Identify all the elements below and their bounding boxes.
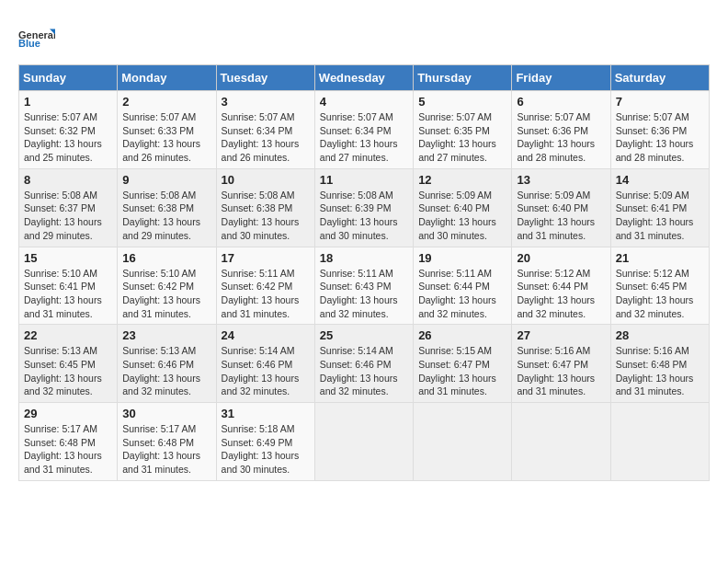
day-number: 24	[222, 328, 310, 342]
calendar-day-cell: 4Sunrise: 5:07 AMSunset: 6:34 PMDaylight…	[314, 91, 413, 169]
day-number: 30	[122, 407, 210, 420]
page-header: General Blue	[18, 18, 710, 55]
day-info: Sunrise: 5:11 AMSunset: 6:42 PMDaylight:…	[222, 267, 310, 321]
day-of-week-header: Sunday	[19, 65, 118, 91]
day-info: Sunrise: 5:16 AMSunset: 6:48 PMDaylight:…	[616, 344, 704, 398]
day-number: 22	[24, 328, 112, 342]
day-info: Sunrise: 5:09 AMSunset: 6:40 PMDaylight:…	[418, 189, 506, 243]
calendar-table: SundayMondayTuesdayWednesdayThursdayFrid…	[18, 64, 710, 481]
calendar-day-cell: 26Sunrise: 5:15 AMSunset: 6:47 PMDayligh…	[414, 325, 512, 403]
day-number: 12	[418, 173, 506, 187]
calendar-day-cell: 17Sunrise: 5:11 AMSunset: 6:42 PMDayligh…	[216, 247, 314, 325]
day-number: 1	[24, 95, 112, 109]
calendar-day-cell: 12Sunrise: 5:09 AMSunset: 6:40 PMDayligh…	[414, 168, 512, 247]
day-info: Sunrise: 5:12 AMSunset: 6:45 PMDaylight:…	[616, 267, 704, 321]
day-info: Sunrise: 5:11 AMSunset: 6:44 PMDaylight:…	[418, 267, 506, 321]
day-info: Sunrise: 5:12 AMSunset: 6:44 PMDaylight:…	[517, 267, 605, 321]
day-number: 8	[24, 173, 112, 187]
calendar-day-cell: 16Sunrise: 5:10 AMSunset: 6:42 PMDayligh…	[118, 247, 216, 325]
calendar-day-cell: 29Sunrise: 5:17 AMSunset: 6:48 PMDayligh…	[19, 403, 118, 481]
day-info: Sunrise: 5:13 AMSunset: 6:45 PMDaylight:…	[24, 344, 112, 398]
day-number: 16	[122, 251, 210, 265]
calendar-day-cell: 24Sunrise: 5:14 AMSunset: 6:46 PMDayligh…	[216, 325, 314, 403]
day-number: 25	[320, 328, 408, 342]
day-info: Sunrise: 5:10 AMSunset: 6:41 PMDaylight:…	[24, 267, 112, 321]
day-info: Sunrise: 5:13 AMSunset: 6:46 PMDaylight:…	[122, 344, 210, 398]
calendar-day-cell	[314, 403, 413, 481]
day-info: Sunrise: 5:10 AMSunset: 6:42 PMDaylight:…	[122, 267, 210, 321]
calendar-day-cell: 18Sunrise: 5:11 AMSunset: 6:43 PMDayligh…	[314, 247, 413, 325]
calendar-header-row: SundayMondayTuesdayWednesdayThursdayFrid…	[19, 65, 710, 91]
calendar-day-cell: 22Sunrise: 5:13 AMSunset: 6:45 PMDayligh…	[19, 325, 118, 403]
day-number: 6	[517, 95, 605, 109]
calendar-day-cell: 31Sunrise: 5:18 AMSunset: 6:49 PMDayligh…	[216, 403, 314, 481]
day-number: 2	[122, 95, 210, 109]
calendar-day-cell: 28Sunrise: 5:16 AMSunset: 6:48 PMDayligh…	[610, 325, 709, 403]
calendar-day-cell: 14Sunrise: 5:09 AMSunset: 6:41 PMDayligh…	[610, 168, 709, 247]
calendar-day-cell: 25Sunrise: 5:14 AMSunset: 6:46 PMDayligh…	[314, 325, 413, 403]
day-number: 9	[122, 173, 210, 187]
day-info: Sunrise: 5:07 AMSunset: 6:34 PMDaylight:…	[222, 110, 310, 165]
day-info: Sunrise: 5:15 AMSunset: 6:47 PMDaylight:…	[418, 344, 506, 398]
calendar-week-row: 29Sunrise: 5:17 AMSunset: 6:48 PMDayligh…	[19, 403, 710, 481]
day-info: Sunrise: 5:08 AMSunset: 6:39 PMDaylight:…	[320, 189, 408, 243]
day-info: Sunrise: 5:14 AMSunset: 6:46 PMDaylight:…	[222, 344, 310, 398]
day-info: Sunrise: 5:07 AMSunset: 6:35 PMDaylight:…	[418, 110, 506, 165]
day-number: 7	[616, 95, 704, 109]
day-info: Sunrise: 5:08 AMSunset: 6:38 PMDaylight:…	[222, 189, 310, 243]
day-info: Sunrise: 5:07 AMSunset: 6:34 PMDaylight:…	[320, 110, 408, 165]
day-number: 10	[222, 173, 310, 187]
day-info: Sunrise: 5:14 AMSunset: 6:46 PMDaylight:…	[320, 344, 408, 398]
day-of-week-header: Tuesday	[216, 65, 314, 91]
calendar-day-cell	[610, 403, 709, 481]
calendar-day-cell: 27Sunrise: 5:16 AMSunset: 6:47 PMDayligh…	[512, 325, 610, 403]
calendar-week-row: 22Sunrise: 5:13 AMSunset: 6:45 PMDayligh…	[19, 325, 710, 403]
calendar-day-cell: 30Sunrise: 5:17 AMSunset: 6:48 PMDayligh…	[118, 403, 216, 481]
day-number: 11	[320, 173, 408, 187]
day-number: 26	[418, 328, 506, 342]
day-number: 13	[517, 173, 605, 187]
calendar-day-cell: 2Sunrise: 5:07 AMSunset: 6:33 PMDaylight…	[118, 91, 216, 169]
day-info: Sunrise: 5:07 AMSunset: 6:32 PMDaylight:…	[24, 110, 112, 165]
logo: General Blue	[18, 18, 55, 55]
calendar-day-cell: 10Sunrise: 5:08 AMSunset: 6:38 PMDayligh…	[216, 168, 314, 247]
calendar-day-cell: 6Sunrise: 5:07 AMSunset: 6:36 PMDaylight…	[512, 91, 610, 169]
day-info: Sunrise: 5:07 AMSunset: 6:36 PMDaylight:…	[616, 110, 704, 165]
calendar-day-cell	[512, 403, 610, 481]
calendar-day-cell: 1Sunrise: 5:07 AMSunset: 6:32 PMDaylight…	[19, 91, 118, 169]
day-number: 19	[418, 251, 506, 265]
day-number: 5	[418, 95, 506, 109]
day-number: 3	[222, 95, 310, 109]
calendar-day-cell: 21Sunrise: 5:12 AMSunset: 6:45 PMDayligh…	[610, 247, 709, 325]
day-info: Sunrise: 5:11 AMSunset: 6:43 PMDaylight:…	[320, 267, 408, 321]
day-of-week-header: Saturday	[610, 65, 709, 91]
day-number: 29	[24, 407, 112, 420]
day-of-week-header: Wednesday	[314, 65, 413, 91]
calendar-day-cell: 13Sunrise: 5:09 AMSunset: 6:40 PMDayligh…	[512, 168, 610, 247]
calendar-day-cell: 23Sunrise: 5:13 AMSunset: 6:46 PMDayligh…	[118, 325, 216, 403]
day-info: Sunrise: 5:17 AMSunset: 6:48 PMDaylight:…	[122, 422, 210, 477]
calendar-week-row: 1Sunrise: 5:07 AMSunset: 6:32 PMDaylight…	[19, 91, 710, 169]
day-info: Sunrise: 5:09 AMSunset: 6:40 PMDaylight:…	[517, 189, 605, 243]
day-number: 31	[222, 407, 310, 420]
calendar-day-cell: 3Sunrise: 5:07 AMSunset: 6:34 PMDaylight…	[216, 91, 314, 169]
day-info: Sunrise: 5:16 AMSunset: 6:47 PMDaylight:…	[517, 344, 605, 398]
day-info: Sunrise: 5:07 AMSunset: 6:33 PMDaylight:…	[122, 110, 210, 165]
calendar-week-row: 15Sunrise: 5:10 AMSunset: 6:41 PMDayligh…	[19, 247, 710, 325]
calendar-day-cell: 15Sunrise: 5:10 AMSunset: 6:41 PMDayligh…	[19, 247, 118, 325]
calendar-day-cell: 7Sunrise: 5:07 AMSunset: 6:36 PMDaylight…	[610, 91, 709, 169]
calendar-day-cell: 19Sunrise: 5:11 AMSunset: 6:44 PMDayligh…	[414, 247, 512, 325]
calendar-day-cell: 8Sunrise: 5:08 AMSunset: 6:37 PMDaylight…	[19, 168, 118, 247]
day-info: Sunrise: 5:18 AMSunset: 6:49 PMDaylight:…	[222, 422, 310, 477]
day-info: Sunrise: 5:17 AMSunset: 6:48 PMDaylight:…	[24, 422, 112, 477]
day-of-week-header: Thursday	[414, 65, 512, 91]
calendar-day-cell: 20Sunrise: 5:12 AMSunset: 6:44 PMDayligh…	[512, 247, 610, 325]
day-number: 21	[616, 251, 704, 265]
day-number: 18	[320, 251, 408, 265]
svg-text:Blue: Blue	[18, 38, 40, 49]
day-info: Sunrise: 5:07 AMSunset: 6:36 PMDaylight:…	[517, 110, 605, 165]
day-info: Sunrise: 5:09 AMSunset: 6:41 PMDaylight:…	[616, 189, 704, 243]
day-info: Sunrise: 5:08 AMSunset: 6:37 PMDaylight:…	[24, 189, 112, 243]
day-of-week-header: Friday	[512, 65, 610, 91]
day-info: Sunrise: 5:08 AMSunset: 6:38 PMDaylight:…	[122, 189, 210, 243]
